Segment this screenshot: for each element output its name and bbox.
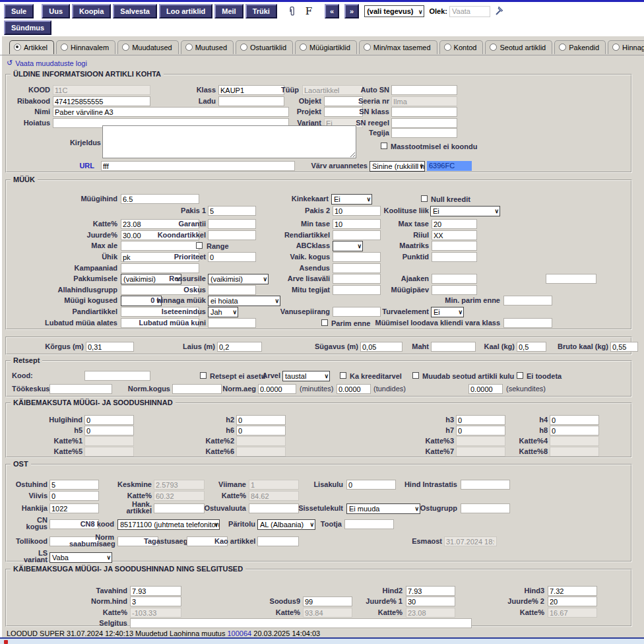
- tab-ostuartiklid[interactable]: Ostuartiklid: [236, 40, 293, 54]
- sn-klass-input[interactable]: [391, 107, 457, 117]
- ostuhind-input[interactable]: [49, 480, 99, 490]
- url-input[interactable]: [101, 161, 295, 171]
- mail-button[interactable]: Meil: [214, 4, 243, 18]
- url-label[interactable]: URL: [46, 161, 94, 170]
- kao-artikkel-input[interactable]: [257, 536, 299, 546]
- parim-enne-checkbox[interactable]: [321, 319, 328, 326]
- sn-reegel-input[interactable]: [391, 118, 457, 128]
- hind2-input[interactable]: [406, 586, 455, 596]
- koolituse-liik-select[interactable]: Ei∨: [430, 206, 500, 216]
- kinkekaart-select[interactable]: Ei∨: [331, 194, 372, 205]
- katte5-input[interactable]: [84, 447, 134, 457]
- ost-katte2-input[interactable]: [249, 491, 299, 501]
- retsept-ei-asetu-checkbox[interactable]: [200, 372, 207, 379]
- soodus9-input[interactable]: [303, 596, 352, 606]
- kmga-katte2-input[interactable]: [303, 608, 352, 618]
- tab-muudatused[interactable]: Muudatused: [117, 40, 179, 54]
- norm-aeg-minutes-input[interactable]: [258, 384, 296, 394]
- garantii-input[interactable]: [208, 219, 256, 229]
- auto-sn-input[interactable]: [391, 85, 457, 95]
- sygavus-input[interactable]: [360, 342, 402, 352]
- max-ale-input[interactable]: [121, 241, 199, 251]
- tab-pakendid[interactable]: Pakendid: [554, 40, 606, 54]
- tootja-input[interactable]: [344, 519, 394, 529]
- katte2-input[interactable]: [236, 436, 286, 446]
- masstootmisel-checkbox[interactable]: [381, 143, 387, 149]
- nimi-input[interactable]: [53, 107, 289, 117]
- null-kreedit-checkbox[interactable]: [421, 195, 428, 202]
- hammer-icon[interactable]: [494, 5, 505, 17]
- tab-minmax-tasemed[interactable]: Min/max tasemed: [359, 40, 437, 54]
- create-articles-button[interactable]: Loo artiklid: [159, 4, 212, 18]
- ressursile-select[interactable]: (vaikimisi)∨: [208, 274, 269, 284]
- null-hinnaga-select[interactable]: ei hoiata∨: [208, 296, 280, 306]
- tab-kontod[interactable]: Kontod: [439, 40, 484, 54]
- min-parim-enne-input[interactable]: [503, 296, 552, 306]
- tab-artikkel[interactable]: Artikkel: [9, 40, 54, 54]
- kaal-input[interactable]: [517, 342, 546, 352]
- juurde1-input[interactable]: [406, 596, 455, 606]
- print-button[interactable]: Trüki: [245, 4, 277, 18]
- new-button[interactable]: Uus: [42, 4, 70, 18]
- save-button[interactable]: Salvesta: [113, 4, 157, 18]
- pakis1-input[interactable]: [208, 206, 256, 216]
- kirjeldus-textarea[interactable]: [102, 125, 356, 158]
- ka-kreeditarvel-checkbox[interactable]: [340, 372, 346, 379]
- h4-input[interactable]: [550, 415, 599, 425]
- punktid-input[interactable]: [432, 252, 477, 262]
- vara-klass-input[interactable]: [503, 318, 552, 328]
- katte6-input[interactable]: [236, 447, 286, 457]
- hulgihind-input[interactable]: [84, 415, 134, 425]
- hank-artikkel-input[interactable]: [154, 503, 205, 513]
- selgitus-input[interactable]: [130, 618, 472, 628]
- esmaost-input[interactable]: [444, 536, 497, 546]
- norm-aeg-seconds-input[interactable]: [468, 384, 503, 394]
- event-button[interactable]: Sündmus: [4, 20, 51, 35]
- asendus-input[interactable]: [333, 263, 381, 273]
- next-record-button[interactable]: »: [344, 4, 359, 18]
- tavahind-input[interactable]: [130, 586, 181, 596]
- tab-seotud-artiklid[interactable]: Seotud artiklid: [485, 40, 552, 54]
- oskus-input[interactable]: [208, 285, 256, 295]
- copy-button[interactable]: Koopia: [72, 4, 111, 18]
- forum-icon[interactable]: F: [302, 5, 315, 18]
- juurde2-input[interactable]: [548, 596, 597, 606]
- h2-input[interactable]: [236, 415, 286, 425]
- seeria-nr-input[interactable]: [391, 96, 457, 106]
- katte8-input[interactable]: [550, 447, 599, 457]
- kmga-katte3-input[interactable]: [406, 608, 455, 618]
- ajaaken-input[interactable]: [432, 274, 477, 284]
- muudab-kulu-checkbox[interactable]: [412, 372, 419, 379]
- range-checkbox[interactable]: [196, 242, 203, 249]
- action-select[interactable]: (vali tegevus)∨: [364, 5, 424, 17]
- h8-input[interactable]: [550, 426, 599, 435]
- tab-hinnagrupid[interactable]: Hinnagrupid: [608, 40, 644, 54]
- iseteenindus-select[interactable]: Jah∨: [208, 307, 238, 317]
- varv-select[interactable]: Sinine (rukkilill hele)∨: [370, 161, 425, 172]
- myygipaev-input[interactable]: [432, 285, 477, 295]
- ribakood-input[interactable]: [53, 96, 150, 106]
- riiul-input[interactable]: [432, 230, 477, 240]
- hind3-input[interactable]: [548, 586, 597, 596]
- laius-input[interactable]: [217, 342, 262, 352]
- katte4-input[interactable]: [550, 436, 599, 446]
- kmga-katte1-input[interactable]: [130, 608, 181, 618]
- h5-input[interactable]: [84, 426, 134, 435]
- ostugrupp-input[interactable]: [461, 503, 510, 513]
- abcklass-select[interactable]: ∨: [333, 241, 363, 251]
- maatriks-input[interactable]: [432, 241, 477, 251]
- tegija-input[interactable]: [391, 128, 457, 138]
- koondartikkel-input[interactable]: [208, 230, 256, 240]
- lubatud-kuni-input[interactable]: [208, 318, 256, 328]
- intrastat-input[interactable]: [461, 480, 510, 490]
- myygihind-input[interactable]: [121, 194, 199, 204]
- view-change-log-link[interactable]: ↺Vaata muudatuste logi: [7, 59, 87, 67]
- bruto-kaal-input[interactable]: [610, 342, 638, 352]
- norm-aeg-hours-input[interactable]: [337, 384, 371, 394]
- max-tase-input[interactable]: [432, 219, 477, 229]
- katte1-input[interactable]: [84, 436, 134, 446]
- turvaelement-select[interactable]: Ei∨: [431, 307, 464, 317]
- keskmine-input[interactable]: [154, 480, 205, 490]
- hankija-input[interactable]: [49, 503, 99, 513]
- norm-hind-input[interactable]: [130, 596, 181, 606]
